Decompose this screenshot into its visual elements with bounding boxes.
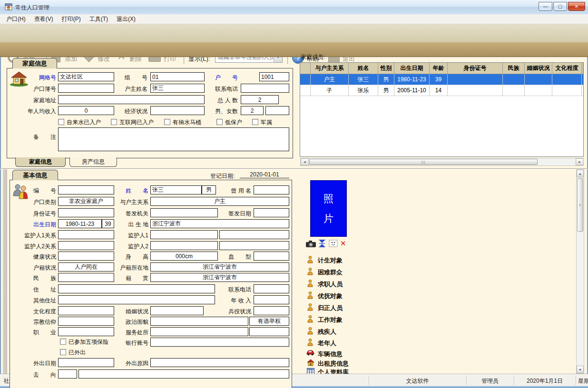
link-family-planning[interactable]: 计生对象 [318,256,343,265]
blood-type-input[interactable] [254,252,289,261]
out-date-input[interactable] [58,358,114,367]
scroll-right-button[interactable]: ► [576,158,584,165]
address-input[interactable] [58,284,215,293]
family-phone-input[interactable] [241,84,289,93]
scroll-left-button[interactable]: ◄ [301,158,309,165]
marriage-input[interactable] [150,306,204,315]
hukou-address-input[interactable] [150,262,289,272]
guardian1-extra-input[interactable] [219,230,289,239]
link-rental-housing-info[interactable]: 出租房信息 [318,359,349,368]
record-no-input[interactable] [58,185,114,194]
household-no-input[interactable] [259,72,289,81]
gender-input[interactable] [202,185,216,194]
flush-toilet-checkbox[interactable] [164,119,170,125]
male-count-input[interactable] [241,106,264,115]
minimize-button[interactable]: — [539,2,552,11]
link-disabled[interactable]: 残疾人 [318,328,336,336]
bank-account-input[interactable] [150,338,289,347]
former-name-input[interactable] [254,185,289,194]
members-header-marriage[interactable]: 婚姻状况 [525,63,552,74]
close-button[interactable]: ✕ [568,2,585,11]
military-family-checkbox[interactable] [252,119,258,125]
members-header-ethnic[interactable]: 民族 [503,63,525,74]
ethnic-input[interactable] [58,273,114,282]
female-count-input[interactable] [265,106,289,115]
low-income-checkbox[interactable] [216,119,223,125]
voting-right-field[interactable]: 有选举权 [249,317,289,326]
members-header-birth[interactable]: 出生日期 [394,63,430,74]
members-header-education[interactable]: 文化程度 [552,63,582,74]
tab-family-info-bottom[interactable]: 家庭信息 [15,157,66,167]
maximize-button[interactable]: ▢ [553,2,567,11]
menu-print[interactable]: 打印(P) [58,14,85,24]
guardian2-input[interactable] [150,241,218,250]
workplace-extra-input[interactable] [249,327,289,336]
height-input[interactable] [150,252,218,261]
birth-date-input[interactable] [58,219,102,228]
scroll-up-button[interactable]: ▲ [577,170,584,177]
destination-input[interactable] [78,369,289,378]
members-header-relation[interactable]: 与户主关系 [311,63,349,74]
military-service-input[interactable] [254,306,289,315]
booklet-no-input[interactable] [58,84,114,93]
menu-view[interactable]: 查看(V) [30,14,58,24]
guardian2-relation-input[interactable] [58,241,114,250]
delete-photo-icon[interactable]: ✕ [340,240,346,247]
members-hscrollbar[interactable]: ◄ ||| ► [300,158,583,166]
hscroll-thumb[interactable]: ||| [309,159,538,165]
health-input[interactable] [58,252,114,261]
religion-input[interactable] [58,317,114,326]
workplace-input[interactable] [150,327,248,336]
age-input[interactable] [102,219,114,228]
link-rehabilitated[interactable]: 归正人员 [318,304,343,312]
issue-date-input[interactable] [254,208,289,217]
tab-property-info-bottom[interactable]: 房产信息 [69,157,117,167]
lower-vscrollbar[interactable]: ▲ ≡ ▼ [576,169,584,374]
phone-input[interactable] [254,284,289,293]
preview-icon[interactable] [329,240,338,247]
menu-hukou[interactable]: 户口(H) [2,14,30,24]
birthplace-input[interactable] [150,219,289,228]
insurance-checkbox[interactable] [60,339,66,345]
occupation-input[interactable] [58,327,114,336]
scroll-down-button[interactable]: ▼ [577,366,584,373]
members-header-name[interactable]: 姓名 [349,63,378,74]
native-place-input[interactable] [150,273,289,282]
tab-family-info[interactable]: 家庭信息 [12,58,57,68]
name-input[interactable] [150,185,202,194]
income-per-capita-input[interactable] [58,106,114,115]
table-row[interactable]: 子 张乐 男 2005-11-10 14 [300,85,583,96]
menu-exit[interactable]: 退出(X) [112,14,140,24]
total-people-input[interactable] [241,95,279,104]
link-vehicle-info[interactable]: 车辆信息 [318,350,343,359]
members-header-age[interactable]: 年龄 [430,63,448,74]
guardian1-relation-input[interactable] [58,230,114,239]
menu-tools[interactable]: 工具(T) [85,14,112,24]
group-no-input[interactable] [150,72,205,81]
camera-icon[interactable] [306,241,316,247]
remark-textarea[interactable] [58,127,289,151]
link-elderly[interactable]: 老年人 [318,339,336,348]
relation-input[interactable] [150,197,289,206]
id-no-input[interactable] [58,208,114,217]
tab-basic-info[interactable]: 基本信息 [12,170,58,180]
link-work-targets[interactable]: 工作对象 [318,316,343,324]
went-out-checkbox[interactable] [60,349,66,355]
family-address-input[interactable] [58,95,205,104]
guardian1-input[interactable] [150,230,218,239]
scanner-icon[interactable] [318,239,326,248]
members-header-gender[interactable]: 性别 [378,63,394,74]
education-input[interactable] [58,306,114,315]
internet-checkbox[interactable] [111,119,117,125]
hukou-type-input[interactable] [58,197,114,206]
tap-water-checkbox[interactable] [58,119,64,125]
link-needy-people[interactable]: 困难群众 [318,268,343,277]
link-job-seekers[interactable]: 求职人员 [318,280,343,289]
hukou-status-input[interactable] [58,262,114,272]
economy-input[interactable] [150,106,205,115]
politics-input[interactable] [150,317,248,326]
other-address-input[interactable] [58,295,215,304]
grid-no-input[interactable] [58,72,114,81]
destination-code-input[interactable] [58,369,77,378]
members-header-idno[interactable]: 身份证号 [448,63,503,74]
